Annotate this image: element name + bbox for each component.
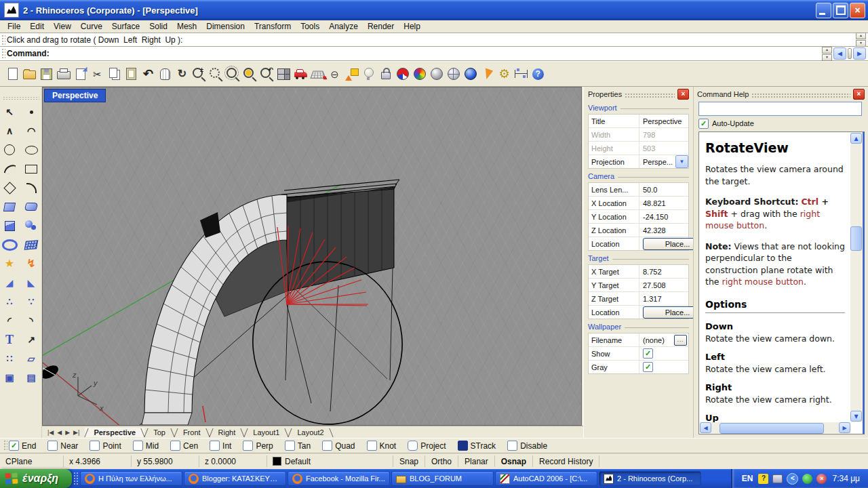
- taskbar-autocad[interactable]: AutoCAD 2006 - [C:\...: [495, 471, 597, 486]
- scroll-up-icon[interactable]: ▲: [850, 133, 862, 144]
- paste-icon[interactable]: [123, 65, 140, 83]
- checkbox[interactable]: [367, 441, 377, 451]
- blend-curve-tool-icon[interactable]: ◝: [22, 312, 41, 329]
- minimize-button[interactable]: [816, 3, 831, 18]
- lock-objects-icon[interactable]: [377, 65, 394, 83]
- viewport-layout-icon[interactable]: [275, 65, 292, 83]
- osnap-quad[interactable]: Quad: [322, 441, 355, 451]
- tab-right[interactable]: Right: [210, 428, 245, 437]
- close-command-help-button[interactable]: ×: [853, 89, 865, 100]
- rotate-view-icon[interactable]: ↻: [174, 65, 191, 83]
- wallpaper-show-checkbox[interactable]: ✓: [643, 348, 653, 359]
- osnap-strack[interactable]: STrack: [458, 441, 496, 451]
- trim-tool-icon[interactable]: ◢: [1, 274, 19, 291]
- osnap-knot[interactable]: Knot: [367, 441, 397, 451]
- tray-display-icon[interactable]: [772, 474, 783, 483]
- drag-grip[interactable]: [1, 35, 5, 45]
- pan-icon[interactable]: [157, 65, 174, 83]
- cut-icon[interactable]: ✂: [89, 65, 106, 83]
- browse-button[interactable]: ...: [674, 335, 687, 346]
- rectangle-tool-icon[interactable]: [22, 160, 41, 178]
- save-icon[interactable]: [38, 65, 55, 83]
- scrollbar-thumb[interactable]: [850, 226, 862, 251]
- menu-view[interactable]: View: [49, 21, 76, 32]
- vertical-scrollbar[interactable]: ▲ ▼: [850, 133, 862, 422]
- command-scroll-up-button[interactable]: ▲: [822, 47, 832, 54]
- menu-render[interactable]: Render: [363, 21, 399, 32]
- taskbar-facebook[interactable]: Facebook - Mozilla Fir...: [288, 471, 390, 486]
- command-history-back-button[interactable]: ◀: [833, 47, 846, 60]
- status-record-history[interactable]: Record History: [533, 455, 599, 467]
- target-x-value[interactable]: 8.752: [639, 268, 688, 276]
- tab-front[interactable]: Front: [174, 428, 210, 437]
- help-search-input[interactable]: [698, 102, 862, 116]
- menu-help[interactable]: Help: [399, 21, 425, 32]
- menu-surface[interactable]: Surface: [107, 21, 144, 32]
- checkbox[interactable]: [243, 441, 253, 451]
- osnap-point[interactable]: Point: [90, 441, 121, 451]
- tray-help-icon[interactable]: ?: [758, 474, 768, 484]
- extend-tool-icon[interactable]: ↯: [22, 255, 41, 272]
- osnap-project[interactable]: Project: [408, 441, 446, 451]
- zoom-selected-icon[interactable]: [241, 65, 258, 83]
- next-tab-button[interactable]: ▶: [65, 429, 70, 436]
- start-button[interactable]: έναρξη: [0, 469, 72, 488]
- orient-tool-icon[interactable]: ▱: [22, 350, 41, 367]
- camera-z-value[interactable]: 42.328: [639, 226, 688, 235]
- cplane-button[interactable]: CPlane: [0, 455, 64, 467]
- text-tool-icon[interactable]: T: [1, 331, 19, 348]
- array-tool-icon[interactable]: ∷: [1, 350, 19, 367]
- cage-edit-tool-icon[interactable]: [1, 198, 19, 216]
- torus-tool-icon[interactable]: [1, 236, 19, 253]
- fillet-curve-tool-icon[interactable]: ◜: [1, 312, 19, 329]
- rendered-view-icon[interactable]: [462, 65, 479, 83]
- command-line[interactable]: Command: ▲ ▼ ◀ ▶: [0, 46, 868, 61]
- scroll-left-icon[interactable]: ◀: [700, 422, 711, 433]
- options-icon[interactable]: ⚙: [496, 65, 513, 83]
- menu-edit[interactable]: Edit: [25, 21, 49, 32]
- tab-perspective[interactable]: Perspective: [85, 428, 144, 437]
- tab-layout2[interactable]: Layout2: [288, 428, 332, 437]
- fillet-tool-icon[interactable]: [22, 179, 41, 197]
- taskbar-blogger[interactable]: Blogger: ΚΑΤΑΣΚΕΥΗ...: [184, 471, 286, 486]
- perspective-viewport[interactable]: Perspective: [42, 87, 582, 426]
- checkbox[interactable]: [322, 441, 332, 451]
- undo-icon[interactable]: ↶: [140, 65, 157, 83]
- box-tool-icon[interactable]: [1, 217, 19, 235]
- ghosted-view-icon[interactable]: [445, 65, 462, 83]
- checkbox[interactable]: [285, 441, 295, 451]
- rhino-app-icon[interactable]: [4, 3, 19, 18]
- osnap-perp[interactable]: Perp: [243, 441, 273, 451]
- status-snap[interactable]: Snap: [393, 455, 425, 467]
- cplane-icon[interactable]: [309, 65, 326, 83]
- menu-file[interactable]: File: [3, 21, 25, 32]
- checkbox[interactable]: [210, 441, 220, 451]
- polyline-tool-icon[interactable]: ∧: [1, 122, 19, 140]
- checkbox[interactable]: [507, 441, 517, 451]
- checkbox[interactable]: ✓: [9, 441, 19, 451]
- menu-analyze[interactable]: Analyze: [324, 21, 363, 32]
- menu-transform[interactable]: Transform: [250, 21, 296, 32]
- patch-tool-icon[interactable]: [22, 236, 41, 253]
- open-file-icon[interactable]: [21, 65, 38, 83]
- tray-alert-icon[interactable]: ×: [816, 474, 827, 484]
- scale-tool-icon[interactable]: ↗: [22, 331, 41, 348]
- hide-objects-icon[interactable]: [360, 65, 377, 83]
- zoom-undo-icon[interactable]: ↶: [258, 65, 275, 83]
- drag-grip[interactable]: [1, 48, 5, 59]
- quick-launch-separator[interactable]: [73, 472, 78, 485]
- sphere-tool-icon[interactable]: [22, 217, 41, 235]
- select-tool-icon[interactable]: ↖: [1, 103, 19, 121]
- set-view-icon[interactable]: ⊖: [326, 65, 343, 83]
- zoom-icon[interactable]: ±: [191, 65, 208, 83]
- shaded-view-icon[interactable]: [428, 65, 445, 83]
- maximize-button[interactable]: [833, 3, 848, 18]
- solid-tools-icon[interactable]: ▣: [1, 369, 19, 386]
- split-tool-icon[interactable]: ◣: [22, 274, 41, 291]
- arc-tool-icon[interactable]: [1, 160, 19, 178]
- camera-y-value[interactable]: -24.150: [639, 213, 688, 221]
- target-z-value[interactable]: 1.317: [639, 295, 688, 303]
- polygon-tool-icon[interactable]: [1, 179, 19, 197]
- camera-x-value[interactable]: 48.821: [639, 199, 688, 207]
- named-view-icon[interactable]: [292, 65, 309, 83]
